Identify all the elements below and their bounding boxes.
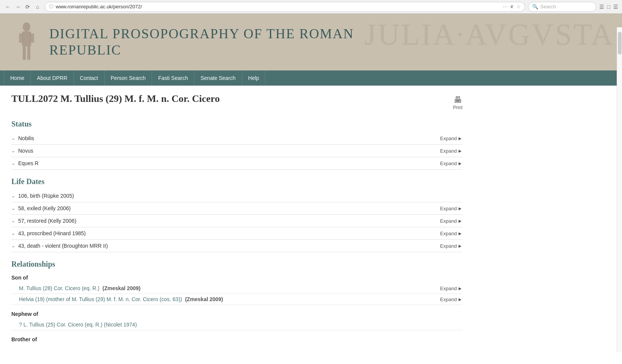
expand-death[interactable]: Expand ► (440, 243, 462, 249)
rel-son-helvia-row: Helvia (19) (mother of M. Tullius (29) M… (11, 294, 462, 305)
nav-buttons: ← → ⟳ ⌂ (4, 3, 42, 11)
browser-chrome: ← → ⟳ ⌂ ⓘ www.romanrepublic.ac.uk/person… (0, 0, 622, 14)
rel-nephew-row: ? L. Tullius (25) Cor. Cicero (eq. R.) (… (11, 319, 462, 330)
life-date-birth-row: ⌄ 106, birth (Rüpke 2005) (11, 190, 462, 202)
pocket-icon: ❦ (510, 4, 514, 9)
home-button[interactable]: ⌂ (33, 3, 42, 11)
life-date-restored-label: 57, restored (Kelly 2006) (18, 218, 76, 224)
back-button[interactable]: ← (4, 3, 12, 11)
status-novus-label: Novus (18, 148, 33, 154)
nav-contact[interactable]: Contact (74, 70, 105, 86)
expand-eques[interactable]: Expand ► (440, 161, 462, 166)
print-button[interactable]: 🖶 Print (453, 95, 462, 110)
chevron-birth: ⌄ (11, 193, 15, 198)
svg-point-0 (23, 22, 30, 31)
more-options-icon: ⋯ (503, 4, 508, 9)
expand-restored[interactable]: Expand ► (440, 218, 462, 224)
site-header: Digital Prosopography of the Roman Repub… (0, 14, 622, 70)
expand-arrow-icon: ► (457, 231, 462, 236)
status-nobilis-label: Nobilis (18, 135, 34, 141)
life-dates-heading: Life Dates (11, 177, 462, 186)
page-title: TULL2072 M. Tullius (29) M. f. M. n. Cor… (11, 93, 220, 105)
sidebar-icon[interactable]: □ (607, 4, 610, 10)
search-placeholder: Search (541, 4, 556, 9)
scrollbar-thumb[interactable] (618, 32, 622, 55)
header-title-block: Digital Prosopography of the Roman Repub… (49, 26, 354, 58)
life-date-death-label: 43, death - violent (Broughton MRR II) (18, 243, 108, 249)
life-date-proscribed-row: ⌄ 43, proscribed (Hinard 1985) Expand ► (11, 227, 462, 240)
relationships-heading: Relationships (11, 260, 462, 269)
status-eques-row: ⌄ Eques R Expand ► (11, 157, 462, 170)
expand-arrow-icon: ► (457, 297, 462, 302)
chevron-exiled: ⌄ (11, 206, 15, 211)
header-bg-text: JULIA·AVGVSTA (364, 17, 614, 52)
life-date-birth-label: 106, birth (Rüpke 2005) (18, 193, 74, 199)
statue-image (11, 21, 42, 63)
status-novus-row: ⌄ Novus Expand ► (11, 145, 462, 157)
rel-brother-of-heading: Brother of (11, 336, 462, 342)
nav-person-search[interactable]: Person Search (105, 70, 152, 86)
header-title-line1: Digital Prosopography of the Roman (49, 26, 354, 41)
chevron-novus: ⌄ (11, 148, 15, 153)
expand-exiled[interactable]: Expand ► (440, 206, 462, 211)
print-icon: 🖶 (453, 95, 462, 105)
rel-son-helvia-name[interactable]: Helvia (19) (mother of M. Tullius (29) M… (19, 296, 182, 302)
nav-fasti-search[interactable]: Fasti Search (152, 70, 194, 86)
expand-arrow-icon: ► (457, 161, 462, 166)
life-date-exiled-label: 58, exiled (Kelly 2006) (18, 205, 71, 211)
rel-son-tullius-row: M. Tullius (28) Cor. Cicero (eq. R.) (Zm… (11, 283, 462, 294)
print-label: Print (453, 105, 462, 110)
chevron-nobilis: ⌄ (11, 136, 15, 141)
library-icon[interactable]: ☰ (599, 4, 604, 10)
svg-rect-2 (19, 33, 23, 43)
rel-nephew-of-heading: Nephew of (11, 311, 462, 317)
page-wrapper: Digital Prosopography of the Roman Repub… (0, 14, 622, 352)
rel-nephew-name[interactable]: ? L. Tullius (25) Cor. Cicero (eq. R.) (… (19, 322, 137, 328)
expand-rel-son-helvia[interactable]: Expand ► (440, 297, 462, 302)
rel-son-of-heading: Son of (11, 275, 462, 281)
search-icon: 🔍 (532, 4, 538, 9)
nav-about[interactable]: About DPRR (31, 70, 74, 86)
address-bar[interactable]: ⓘ www.romanrepublic.ac.uk/person/2072/ ⋯… (45, 2, 525, 12)
forward-button[interactable]: → (14, 3, 22, 11)
rel-son-helvia-citation: (Zmeskal 2009) (185, 296, 223, 302)
rel-son-tullius-name[interactable]: M. Tullius (28) Cor. Cicero (eq. R.) (19, 285, 99, 291)
browser-action-icons: ☰ □ ☰ (599, 4, 618, 10)
status-nobilis-row: ⌄ Nobilis Expand ► (11, 132, 462, 145)
life-date-death-row: ⌄ 43, death - violent (Broughton MRR II)… (11, 240, 462, 252)
life-date-restored-row: ⌄ 57, restored (Kelly 2006) Expand ► (11, 215, 462, 227)
expand-rel-son-tullius[interactable]: Expand ► (440, 286, 462, 291)
nav-home[interactable]: Home (4, 70, 31, 86)
svg-rect-5 (27, 47, 30, 60)
reload-button[interactable]: ⟳ (24, 3, 32, 11)
nav-help[interactable]: Help (242, 70, 266, 86)
expand-arrow-icon: ► (457, 243, 462, 249)
chevron-eques: ⌄ (11, 161, 15, 166)
life-date-proscribed-label: 43, proscribed (Hinard 1985) (18, 230, 86, 236)
expand-novus[interactable]: Expand ► (440, 148, 462, 154)
status-heading: Status (11, 120, 462, 128)
life-date-exiled-row: ⌄ 58, exiled (Kelly 2006) Expand ► (11, 202, 462, 215)
svg-rect-1 (22, 31, 31, 47)
header-title-line2: Republic (49, 42, 121, 58)
status-eques-label: Eques R (18, 160, 39, 166)
expand-proscribed[interactable]: Expand ► (440, 231, 462, 236)
expand-arrow-icon: ► (457, 136, 462, 141)
bookmark-icon: ☆ (516, 4, 521, 9)
main-content: TULL2072 M. Tullius (29) M. f. M. n. Cor… (0, 86, 474, 352)
svg-rect-3 (30, 33, 34, 43)
rel-son-tullius-citation: (Zmeskal 2009) (102, 285, 140, 291)
chevron-death: ⌄ (11, 243, 15, 248)
expand-arrow-icon: ► (457, 148, 462, 154)
scrollbar-track[interactable] (617, 27, 622, 352)
browser-search-bar[interactable]: 🔍 Search (528, 2, 596, 12)
chevron-restored: ⌄ (11, 218, 15, 223)
nav-senate-search[interactable]: Senate Search (194, 70, 242, 86)
info-icon: ⓘ (49, 3, 53, 10)
menu-icon[interactable]: ☰ (613, 4, 618, 10)
expand-arrow-icon: ► (457, 218, 462, 224)
expand-arrow-icon: ► (457, 286, 462, 291)
expand-nobilis[interactable]: Expand ► (440, 136, 462, 141)
svg-rect-4 (23, 47, 26, 60)
url-text: www.romanrepublic.ac.uk/person/2072/ (56, 4, 500, 9)
